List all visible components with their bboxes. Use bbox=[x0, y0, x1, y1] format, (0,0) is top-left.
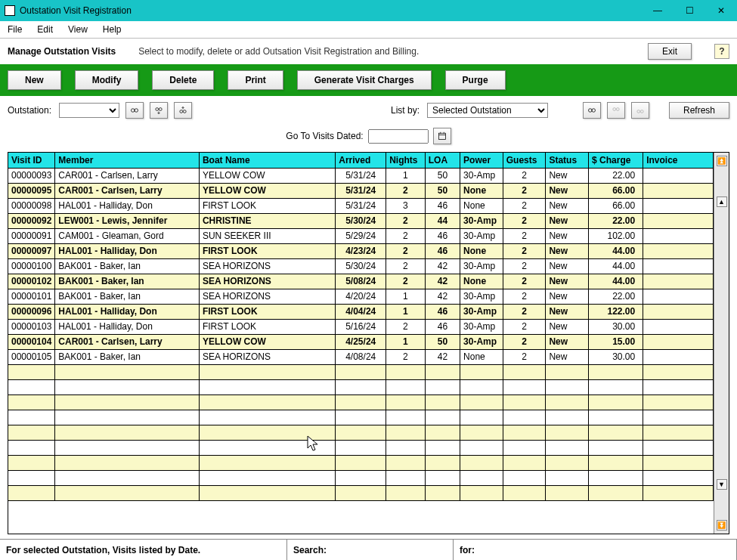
empty-row bbox=[8, 455, 714, 470]
visits-grid[interactable]: Visit ID Member Boat Name Arrived Nights… bbox=[8, 153, 714, 534]
grid-wrapper: Visit ID Member Boat Name Arrived Nights… bbox=[8, 152, 729, 534]
cell-invoice bbox=[643, 243, 714, 258]
cell-boat: FIRST LOOK bbox=[199, 198, 335, 213]
cell-power: 30-Amp bbox=[460, 228, 503, 243]
cell-nights: 1 bbox=[386, 168, 426, 183]
cell-loa: 50 bbox=[425, 183, 460, 198]
menu-view[interactable]: View bbox=[65, 23, 91, 36]
table-row[interactable]: 00000098HAL001 - Halliday, DonFIRST LOOK… bbox=[8, 198, 714, 213]
status-for: for: bbox=[454, 540, 737, 560]
scroll-up-icon[interactable]: ▲ bbox=[717, 196, 727, 207]
col-arrived[interactable]: Arrived bbox=[336, 153, 386, 168]
col-nights[interactable]: Nights bbox=[386, 153, 426, 168]
generate-charges-button[interactable]: Generate Visit Charges bbox=[297, 70, 432, 90]
cell-nights: 1 bbox=[386, 289, 426, 304]
scroll-bottom-icon[interactable]: ⏬ bbox=[717, 520, 727, 531]
delete-button[interactable]: Delete bbox=[152, 70, 214, 90]
cell-member: HAL001 - Halliday, Don bbox=[55, 319, 200, 334]
scroll-down-icon[interactable]: ▼ bbox=[717, 479, 727, 490]
col-visit-id[interactable]: Visit ID bbox=[8, 153, 55, 168]
cell-charge: 122.00 bbox=[589, 304, 643, 319]
cell-loa: 50 bbox=[425, 168, 460, 183]
find-prev-icon[interactable] bbox=[174, 102, 192, 119]
print-button[interactable]: Print bbox=[228, 70, 283, 90]
refresh-button[interactable]: Refresh bbox=[669, 102, 729, 119]
col-status[interactable]: Status bbox=[546, 153, 589, 168]
menu-edit[interactable]: Edit bbox=[34, 23, 56, 36]
empty-row bbox=[8, 425, 714, 440]
cell-arrived: 5/31/24 bbox=[336, 168, 386, 183]
table-row[interactable]: 00000091CAM001 - Gleaman, GordSUN SEEKER… bbox=[8, 228, 714, 243]
find-next-icon[interactable] bbox=[150, 102, 168, 119]
col-member[interactable]: Member bbox=[55, 153, 200, 168]
scroll-top-icon[interactable]: ⏫ bbox=[717, 156, 727, 166]
empty-row bbox=[8, 394, 714, 410]
outstation-label: Outstation: bbox=[8, 105, 51, 116]
col-charge[interactable]: $ Charge bbox=[589, 153, 643, 168]
cell-loa: 46 bbox=[425, 319, 460, 334]
empty-row bbox=[8, 470, 714, 485]
new-button[interactable]: New bbox=[8, 70, 61, 90]
col-guests[interactable]: Guests bbox=[503, 153, 546, 168]
cell-invoice bbox=[643, 183, 714, 198]
calendar-button[interactable] bbox=[433, 128, 451, 144]
table-row[interactable]: 00000103HAL001 - Halliday, DonFIRST LOOK… bbox=[8, 319, 714, 334]
table-row[interactable]: 00000105BAK001 - Baker, IanSEA HORIZONS4… bbox=[8, 349, 714, 364]
table-row[interactable]: 00000092LEW001 - Lewis, JenniferCHRISTIN… bbox=[8, 213, 714, 228]
modify-button[interactable]: Modify bbox=[75, 70, 139, 90]
outstation-select[interactable] bbox=[59, 103, 119, 118]
help-icon[interactable]: ? bbox=[714, 44, 729, 59]
cell-member: CAR001 - Carlsen, Larry bbox=[55, 334, 200, 349]
listby-label: List by: bbox=[391, 105, 420, 116]
menu-file[interactable]: File bbox=[5, 23, 25, 36]
cell-invoice bbox=[643, 289, 714, 304]
svg-point-9 bbox=[616, 108, 619, 111]
cell-visit-id: 00000093 bbox=[8, 168, 55, 183]
table-row[interactable]: 00000102BAK001 - Baker, IanSEA HORIZONS5… bbox=[8, 274, 714, 289]
table-row[interactable]: 00000095CAR001 - Carlsen, LarryYELLOW CO… bbox=[8, 183, 714, 198]
table-row[interactable]: 00000097HAL001 - Halliday, DonFIRST LOOK… bbox=[8, 243, 714, 258]
sub-header: Manage Outstation Visits Select to modif… bbox=[0, 39, 737, 64]
cell-charge: 44.00 bbox=[589, 243, 643, 258]
cell-loa: 50 bbox=[425, 334, 460, 349]
col-loa[interactable]: LOA bbox=[425, 153, 460, 168]
table-row[interactable]: 00000096HAL001 - Halliday, DonFIRST LOOK… bbox=[8, 304, 714, 319]
col-invoice[interactable]: Invoice bbox=[643, 153, 714, 168]
visits-table: Visit ID Member Boat Name Arrived Nights… bbox=[8, 153, 714, 501]
col-power[interactable]: Power bbox=[460, 153, 503, 168]
binoculars-down-icon bbox=[612, 106, 621, 115]
cell-invoice bbox=[643, 334, 714, 349]
page-title: Manage Outstation Visits bbox=[8, 46, 116, 57]
table-row[interactable]: 00000104CAR001 - Carlsen, LarryYELLOW CO… bbox=[8, 334, 714, 349]
svg-rect-12 bbox=[438, 133, 445, 139]
status-bar: For selected Outstation, Visits listed b… bbox=[0, 539, 737, 560]
cell-boat: YELLOW COW bbox=[199, 183, 335, 198]
cell-arrived: 4/25/24 bbox=[336, 334, 386, 349]
table-row[interactable]: 00000101BAK001 - Baker, IanSEA HORIZONS4… bbox=[8, 289, 714, 304]
cell-loa: 42 bbox=[425, 258, 460, 274]
cell-power: 30-Amp bbox=[460, 289, 503, 304]
cell-member: BAK001 - Baker, Ian bbox=[55, 258, 200, 274]
calendar-icon bbox=[438, 131, 447, 141]
table-row[interactable]: 00000100BAK001 - Baker, IanSEA HORIZONS5… bbox=[8, 258, 714, 274]
cell-status: New bbox=[546, 258, 589, 274]
goto-row: Go To Visits Dated: bbox=[0, 125, 737, 152]
menu-help[interactable]: Help bbox=[100, 23, 125, 36]
cell-visit-id: 00000096 bbox=[8, 304, 55, 319]
listby-select[interactable]: Selected Outstation bbox=[427, 103, 548, 118]
exit-button[interactable]: Exit bbox=[648, 43, 692, 60]
app-window: Outstation Visit Registration — ☐ ✕ File… bbox=[0, 0, 737, 560]
find-icon[interactable] bbox=[125, 102, 144, 119]
goto-date-input[interactable] bbox=[368, 129, 429, 144]
cell-charge: 22.00 bbox=[589, 168, 643, 183]
cell-guests: 2 bbox=[503, 243, 546, 258]
table-row[interactable]: 00000093CAR001 - Carlsen, LarryYELLOW CO… bbox=[8, 168, 714, 183]
maximize-button[interactable]: ☐ bbox=[674, 0, 705, 21]
find-icon-2[interactable] bbox=[583, 102, 601, 119]
minimize-button[interactable]: — bbox=[642, 0, 674, 21]
close-button[interactable]: ✕ bbox=[705, 0, 737, 21]
purge-button[interactable]: Purge bbox=[445, 70, 506, 90]
cell-status: New bbox=[546, 228, 589, 243]
cell-invoice bbox=[643, 168, 714, 183]
col-boat[interactable]: Boat Name bbox=[199, 153, 335, 168]
